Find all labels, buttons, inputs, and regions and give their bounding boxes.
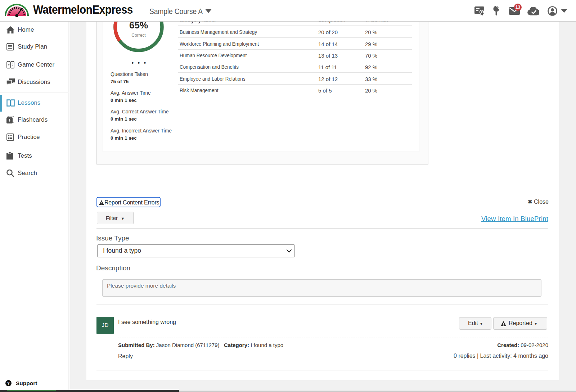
svg-text:?: ?	[7, 381, 10, 386]
svg-text:13: 13	[516, 5, 521, 10]
